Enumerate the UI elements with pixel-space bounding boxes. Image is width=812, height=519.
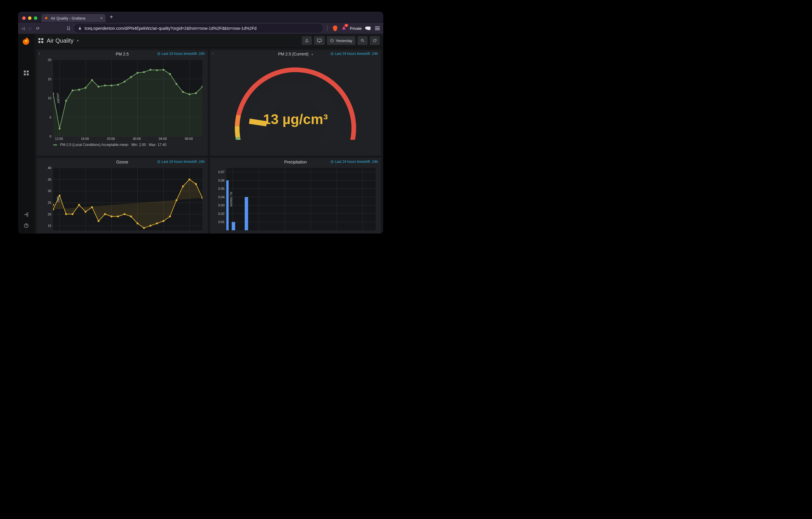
- svg-point-37: [130, 76, 132, 78]
- svg-point-45: [182, 91, 184, 93]
- time-range-button[interactable]: Yesterday: [327, 36, 355, 45]
- svg-point-44: [176, 83, 177, 85]
- svg-point-30: [85, 87, 86, 88]
- legend-series-name: PM-2.5 (Local Conditions) Acceptable.mea…: [60, 143, 128, 147]
- svg-point-66: [65, 213, 67, 215]
- svg-point-33: [104, 85, 106, 86]
- dashboard-picker-icon[interactable]: [38, 38, 44, 44]
- browser-tab[interactable]: Air Quality - Grafana ×: [41, 14, 106, 22]
- ozone-chart[interactable]: ppb 152025303540: [53, 168, 202, 230]
- svg-point-85: [188, 179, 190, 180]
- svg-point-41: [156, 69, 158, 71]
- dashboard-tools: Yesterday: [302, 36, 380, 45]
- svg-rect-1: [27, 71, 29, 73]
- svg-point-70: [91, 207, 93, 208]
- svg-point-82: [169, 215, 171, 217]
- svg-point-79: [150, 225, 151, 226]
- new-tab-button[interactable]: +: [108, 14, 115, 22]
- clock-icon: [330, 38, 334, 43]
- close-tab-icon[interactable]: ×: [100, 16, 103, 21]
- svg-point-35: [117, 84, 119, 85]
- svg-point-75: [124, 213, 125, 215]
- svg-point-83: [176, 199, 177, 201]
- browser-toolbar: ◁ ▷ ⟳ tceq.opendenton.com/d/PN4EpekWz/ai…: [18, 23, 383, 34]
- svg-point-31: [91, 79, 93, 81]
- svg-point-73: [111, 215, 112, 217]
- clock-icon: [157, 52, 161, 55]
- svg-point-38: [137, 72, 138, 74]
- clock-icon: [157, 160, 161, 163]
- caret-down-icon: ▾: [77, 39, 79, 43]
- svg-point-42: [163, 69, 164, 71]
- url-text: tceq.opendenton.com/d/PN4EpekWz/air-qual…: [85, 26, 257, 31]
- legend-min-value: 2.00: [139, 143, 146, 147]
- brave-rewards-icon[interactable]: 1: [341, 26, 347, 31]
- browser-menu-button[interactable]: [375, 26, 380, 31]
- tv-mode-button[interactable]: [314, 36, 325, 45]
- refresh-button[interactable]: [370, 36, 380, 45]
- dashboard-topbar: Air Quality ▾ Yesterday: [34, 34, 383, 48]
- svg-point-74: [117, 215, 119, 217]
- separator: │: [326, 26, 329, 31]
- grafana-logo-icon[interactable]: [22, 37, 31, 46]
- svg-point-78: [143, 227, 145, 229]
- svg-point-36: [124, 81, 125, 82]
- svg-rect-2: [24, 74, 26, 76]
- panel-timeshift: Last 24 hours timeshift -24h: [330, 160, 378, 164]
- svg-point-72: [104, 213, 106, 215]
- svg-rect-105: [245, 197, 248, 230]
- help-icon[interactable]: [24, 223, 29, 228]
- svg-rect-3: [27, 74, 29, 76]
- legend-max-label: Max:: [149, 143, 156, 147]
- close-window-button[interactable]: [22, 16, 26, 20]
- share-icon: [305, 38, 309, 43]
- svg-point-27: [65, 100, 67, 102]
- rewards-badge-count: 1: [344, 24, 348, 27]
- minimize-window-button[interactable]: [28, 16, 31, 20]
- panel-grid: i PM 2.5 Last 24 hours timeshift -24h µg…: [34, 48, 383, 234]
- svg-point-28: [72, 90, 74, 91]
- precip-chart[interactable]: inches / hr 0.010.020.030.040.050.060.07: [226, 168, 376, 230]
- svg-point-40: [150, 69, 151, 71]
- private-mode-label: Private: [350, 26, 362, 31]
- back-button[interactable]: ◁: [22, 26, 25, 31]
- svg-point-29: [78, 89, 80, 90]
- zoom-out-button[interactable]: [357, 36, 368, 45]
- pm25-legend: PM-2.5 (Local Conditions) Acceptable.mea…: [53, 143, 202, 147]
- svg-point-46: [188, 93, 190, 95]
- bookmark-icon[interactable]: [66, 26, 70, 30]
- panel-ozone[interactable]: Ozone Last 24 hours timeshift -24h ppb 1…: [37, 158, 208, 234]
- private-mode-icon: [365, 27, 372, 30]
- forward-button[interactable]: ▷: [29, 26, 32, 31]
- svg-point-32: [98, 86, 99, 88]
- svg-rect-103: [226, 181, 229, 230]
- svg-rect-104: [232, 222, 235, 230]
- browser-window: Air Quality - Grafana × + ◁ ▷ ⟳ tceq.ope…: [18, 12, 383, 234]
- reload-button[interactable]: ⟳: [36, 26, 40, 31]
- svg-point-84: [182, 185, 184, 187]
- svg-rect-7: [41, 38, 44, 40]
- dashboard-grid-icon[interactable]: [23, 70, 29, 76]
- brave-shields-icon[interactable]: [332, 25, 338, 31]
- svg-rect-10: [317, 39, 321, 42]
- panel-precip[interactable]: Precipitation Last 24 hours timeshift -2…: [210, 158, 381, 234]
- dashboard-content: Air Quality ▾ Yesterday: [34, 34, 383, 234]
- grafana-favicon-icon: [44, 16, 49, 20]
- svg-point-77: [137, 222, 138, 224]
- grafana-app: Air Quality ▾ Yesterday: [18, 34, 383, 234]
- address-bar[interactable]: tceq.opendenton.com/d/PN4EpekWz/air-qual…: [74, 24, 323, 33]
- pm25-chart[interactable]: µg/cm³ 0510152012:0016:0020:0000:0004:00…: [53, 60, 202, 136]
- svg-rect-6: [38, 38, 40, 40]
- svg-point-26: [59, 128, 60, 130]
- legend-min-label: Min:: [131, 143, 138, 147]
- panel-timeshift: Last 24 hours timeshift -24h: [157, 160, 205, 164]
- maximize-window-button[interactable]: [34, 16, 37, 20]
- svg-rect-8: [38, 41, 40, 43]
- svg-point-39: [143, 71, 145, 73]
- legend-swatch: [53, 144, 57, 145]
- dashboard-title-dropdown[interactable]: Air Quality ▾: [47, 37, 79, 44]
- panel-pm25[interactable]: i PM 2.5 Last 24 hours timeshift -24h µg…: [37, 50, 208, 156]
- panel-pm25-current[interactable]: i PM 2.5 (Current) ▾ Last 24 hours times…: [210, 50, 381, 156]
- share-button[interactable]: [302, 36, 312, 45]
- sign-in-icon[interactable]: [24, 212, 29, 217]
